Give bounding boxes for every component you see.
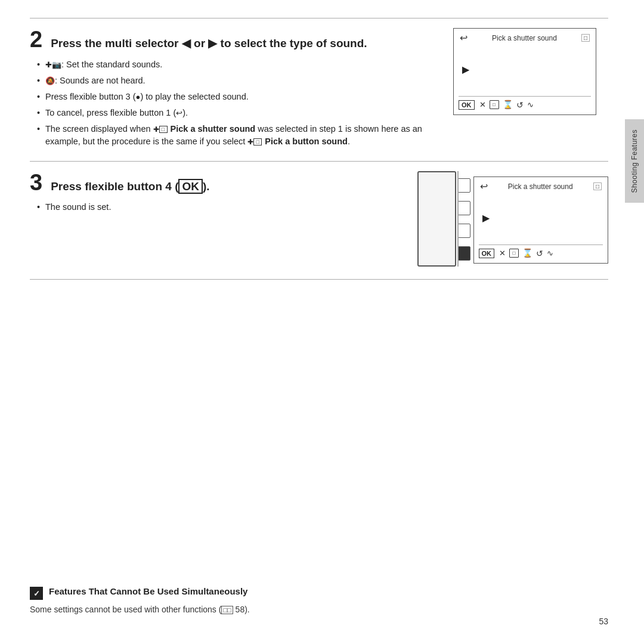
screen-1-ok: OK: [459, 100, 475, 110]
section-3: 3 Press flexible button 4 (OK). The soun…: [30, 162, 608, 280]
features-box: ✓ Features That Cannot Be Used Simultane…: [30, 586, 608, 600]
screen-icon-4: ↺: [516, 100, 524, 110]
bullet-2: 🔕: Sounds are not heard.: [36, 75, 435, 87]
section-2-bullets: ✚📷: Set the standard sounds. 🔕: Sounds a…: [30, 58, 435, 148]
step-2-title: Press the multi selector ◀ or ▶ to selec…: [51, 36, 367, 51]
screen-icon-2-2: □: [509, 249, 519, 258]
bullet-3: Press flexible button 3 (●) to play the …: [36, 91, 435, 103]
screen-1-icons: ✕ □ ⌛ ↺ ∿: [479, 100, 534, 110]
camera-icon-inline: □: [159, 126, 168, 133]
bullet-sound-set: The sound is set.: [36, 201, 400, 213]
screen-icon-2-4: ↺: [536, 249, 543, 258]
page-number: 53: [599, 617, 608, 626]
step-3-header: 3 Press flexible button 4 (OK).: [30, 171, 400, 194]
camera-btn-2: [457, 201, 470, 215]
camera-screen-1: ↩ Pick a shutter sound □ ▶ OK ✕ □ ⌛ ↺ ∿: [453, 28, 596, 115]
screen-2-ok: OK: [479, 249, 495, 258]
sidebar-tab: Shooting Features: [625, 119, 644, 203]
section-2-left: 2 Press the multi selector ◀ or ▶ to sel…: [30, 28, 453, 151]
bullet-4: To cancel, press flexible button 1 (↩).: [36, 107, 435, 119]
features-title: Features That Cannot Be Used Simultaneou…: [49, 586, 247, 596]
screen-icon-2-1: ✕: [499, 249, 506, 258]
screen-1-footer: OK ✕ □ ⌛ ↺ ∿: [459, 96, 591, 110]
bullet-5: The screen displayed when ✚□ Pick a shut…: [36, 123, 435, 148]
step-2-number: 2: [30, 28, 42, 51]
section-3-left: 3 Press flexible button 4 (OK). The soun…: [30, 171, 417, 218]
screen-icon-1: ✕: [479, 100, 486, 110]
screen-1-corner: □: [581, 34, 590, 42]
camera-btn-3: [457, 224, 470, 238]
page-container: 2 Press the multi selector ◀ or ▶ to sel…: [0, 0, 644, 644]
section-2: 2 Press the multi selector ◀ or ▶ to sel…: [30, 28, 608, 162]
screen-2-corner: □: [593, 182, 602, 190]
screen-icon-3: ⌛: [503, 100, 513, 110]
features-desc: Some settings cannot be used with other …: [30, 605, 608, 614]
camera-screen-2: ↩ Pick a shutter sound □ ▶ OK ✕ □ ⌛ ↺ ∿: [473, 177, 608, 264]
step-2-header: 2 Press the multi selector ◀ or ▶ to sel…: [30, 28, 435, 51]
camera-body-illustration: [417, 171, 470, 270]
top-divider: [30, 18, 608, 18]
screen-icon-2: □: [490, 100, 499, 109]
step-3-title: Press flexible button 4 (OK).: [51, 179, 209, 194]
screen-icon-2-3: ⌛: [522, 248, 532, 258]
section-3-bullets: The sound is set.: [30, 201, 400, 213]
sidebar-tab-text: Shooting Features: [630, 129, 639, 193]
camera-icon-inline-2: □: [253, 138, 262, 145]
screen-1-title: Pick a shutter sound: [492, 34, 557, 42]
screen-2-back: ↩: [480, 181, 488, 192]
bottom-section: ✓ Features That Cannot Be Used Simultane…: [30, 586, 608, 614]
features-text-block: Features That Cannot Be Used Simultaneou…: [49, 586, 247, 596]
screen-1-body: ▶: [459, 46, 591, 94]
screen-2-footer: OK ✕ □ ⌛ ↺ ∿: [479, 244, 603, 258]
section-2-right: ↩ Pick a shutter sound □ ▶ OK ✕ □ ⌛ ↺ ∿: [453, 28, 608, 115]
screen-2-play: ▶: [482, 212, 490, 224]
section-3-right: ↩ Pick a shutter sound □ ▶ OK ✕ □ ⌛ ↺ ∿: [417, 171, 608, 270]
screen-2-title: Pick a shutter sound: [508, 182, 573, 191]
screen-1-back: ↩: [460, 32, 467, 44]
bullet-1: ✚📷: Set the standard sounds.: [36, 58, 435, 71]
features-check-icon: ✓: [30, 587, 43, 600]
screen-2-header: ↩ Pick a shutter sound □: [479, 181, 603, 192]
camera-btn-1: [457, 178, 470, 193]
step-3-number: 3: [30, 171, 42, 194]
camera-divider: [457, 171, 459, 267]
screen-2-icons: ✕ □ ⌛ ↺ ∿: [499, 248, 553, 258]
camera-side-buttons: [457, 178, 470, 261]
screen-icon-5: ∿: [527, 100, 534, 110]
camera-outline: [417, 171, 456, 267]
screen-1-play: ▶: [462, 64, 469, 75]
screen-icon-2-5: ∿: [547, 249, 553, 258]
screen-1-header: ↩ Pick a shutter sound □: [459, 32, 591, 44]
screen-2-body: ▶: [479, 194, 603, 242]
camera-btn-4-active: [457, 246, 470, 261]
